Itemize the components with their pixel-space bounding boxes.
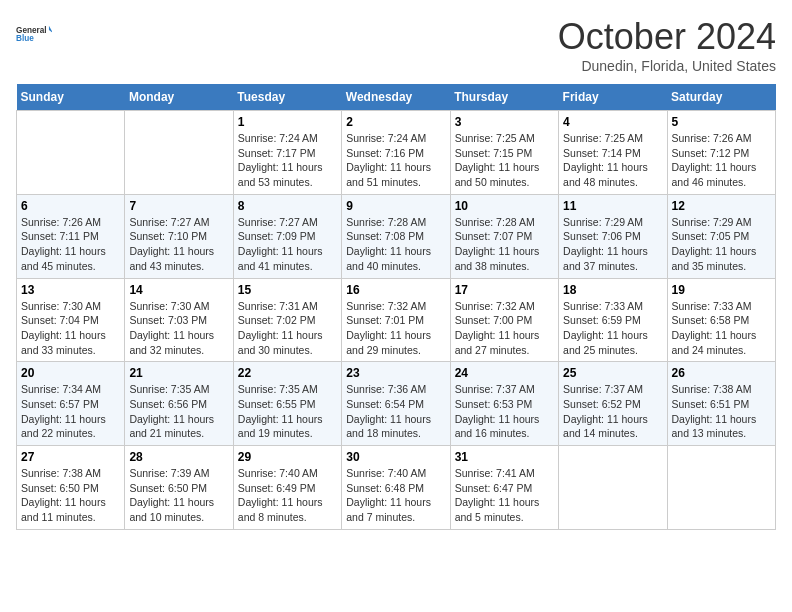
- title-section: October 2024 Dunedin, Florida, United St…: [558, 16, 776, 74]
- calendar-cell: [125, 111, 233, 195]
- calendar-cell: 23 Sunrise: 7:36 AMSunset: 6:54 PMDaylig…: [342, 362, 450, 446]
- calendar-table: SundayMondayTuesdayWednesdayThursdayFrid…: [16, 84, 776, 530]
- calendar-cell: 24 Sunrise: 7:37 AMSunset: 6:53 PMDaylig…: [450, 362, 558, 446]
- day-info: Sunrise: 7:27 AMSunset: 7:09 PMDaylight:…: [238, 215, 337, 274]
- day-number: 8: [238, 199, 337, 213]
- calendar-cell: 3 Sunrise: 7:25 AMSunset: 7:15 PMDayligh…: [450, 111, 558, 195]
- calendar-cell: 5 Sunrise: 7:26 AMSunset: 7:12 PMDayligh…: [667, 111, 775, 195]
- day-info: Sunrise: 7:38 AMSunset: 6:51 PMDaylight:…: [672, 382, 771, 441]
- day-info: Sunrise: 7:28 AMSunset: 7:08 PMDaylight:…: [346, 215, 445, 274]
- day-info: Sunrise: 7:28 AMSunset: 7:07 PMDaylight:…: [455, 215, 554, 274]
- calendar-cell: 4 Sunrise: 7:25 AMSunset: 7:14 PMDayligh…: [559, 111, 667, 195]
- calendar-cell: 19 Sunrise: 7:33 AMSunset: 6:58 PMDaylig…: [667, 278, 775, 362]
- day-info: Sunrise: 7:41 AMSunset: 6:47 PMDaylight:…: [455, 466, 554, 525]
- calendar-cell: 11 Sunrise: 7:29 AMSunset: 7:06 PMDaylig…: [559, 194, 667, 278]
- svg-text:General: General: [16, 26, 47, 35]
- calendar-cell: 6 Sunrise: 7:26 AMSunset: 7:11 PMDayligh…: [17, 194, 125, 278]
- month-title: October 2024: [558, 16, 776, 58]
- day-info: Sunrise: 7:29 AMSunset: 7:05 PMDaylight:…: [672, 215, 771, 274]
- day-number: 17: [455, 283, 554, 297]
- calendar-cell: 7 Sunrise: 7:27 AMSunset: 7:10 PMDayligh…: [125, 194, 233, 278]
- day-number: 25: [563, 366, 662, 380]
- day-number: 20: [21, 366, 120, 380]
- svg-marker-2: [49, 26, 52, 33]
- day-number: 26: [672, 366, 771, 380]
- calendar-cell: 30 Sunrise: 7:40 AMSunset: 6:48 PMDaylig…: [342, 446, 450, 530]
- calendar-cell: [667, 446, 775, 530]
- location-subtitle: Dunedin, Florida, United States: [558, 58, 776, 74]
- day-info: Sunrise: 7:40 AMSunset: 6:48 PMDaylight:…: [346, 466, 445, 525]
- day-info: Sunrise: 7:26 AMSunset: 7:11 PMDaylight:…: [21, 215, 120, 274]
- day-header-wednesday: Wednesday: [342, 84, 450, 111]
- day-header-monday: Monday: [125, 84, 233, 111]
- calendar-cell: 22 Sunrise: 7:35 AMSunset: 6:55 PMDaylig…: [233, 362, 341, 446]
- day-info: Sunrise: 7:26 AMSunset: 7:12 PMDaylight:…: [672, 131, 771, 190]
- day-info: Sunrise: 7:36 AMSunset: 6:54 PMDaylight:…: [346, 382, 445, 441]
- calendar-cell: 16 Sunrise: 7:32 AMSunset: 7:01 PMDaylig…: [342, 278, 450, 362]
- calendar-cell: [559, 446, 667, 530]
- logo: General Blue: [16, 16, 52, 52]
- calendar-cell: 26 Sunrise: 7:38 AMSunset: 6:51 PMDaylig…: [667, 362, 775, 446]
- day-number: 12: [672, 199, 771, 213]
- day-info: Sunrise: 7:40 AMSunset: 6:49 PMDaylight:…: [238, 466, 337, 525]
- day-number: 31: [455, 450, 554, 464]
- logo-svg: General Blue: [16, 16, 52, 52]
- day-number: 1: [238, 115, 337, 129]
- calendar-cell: 27 Sunrise: 7:38 AMSunset: 6:50 PMDaylig…: [17, 446, 125, 530]
- calendar-cell: [17, 111, 125, 195]
- calendar-cell: 2 Sunrise: 7:24 AMSunset: 7:16 PMDayligh…: [342, 111, 450, 195]
- calendar-cell: 31 Sunrise: 7:41 AMSunset: 6:47 PMDaylig…: [450, 446, 558, 530]
- calendar-cell: 8 Sunrise: 7:27 AMSunset: 7:09 PMDayligh…: [233, 194, 341, 278]
- day-number: 10: [455, 199, 554, 213]
- day-number: 5: [672, 115, 771, 129]
- day-info: Sunrise: 7:30 AMSunset: 7:04 PMDaylight:…: [21, 299, 120, 358]
- day-number: 3: [455, 115, 554, 129]
- day-number: 29: [238, 450, 337, 464]
- day-info: Sunrise: 7:27 AMSunset: 7:10 PMDaylight:…: [129, 215, 228, 274]
- day-number: 9: [346, 199, 445, 213]
- day-number: 24: [455, 366, 554, 380]
- day-header-thursday: Thursday: [450, 84, 558, 111]
- calendar-cell: 15 Sunrise: 7:31 AMSunset: 7:02 PMDaylig…: [233, 278, 341, 362]
- calendar-cell: 17 Sunrise: 7:32 AMSunset: 7:00 PMDaylig…: [450, 278, 558, 362]
- day-number: 14: [129, 283, 228, 297]
- day-number: 30: [346, 450, 445, 464]
- day-info: Sunrise: 7:32 AMSunset: 7:01 PMDaylight:…: [346, 299, 445, 358]
- day-info: Sunrise: 7:34 AMSunset: 6:57 PMDaylight:…: [21, 382, 120, 441]
- svg-text:Blue: Blue: [16, 34, 34, 43]
- day-number: 21: [129, 366, 228, 380]
- day-header-tuesday: Tuesday: [233, 84, 341, 111]
- day-number: 27: [21, 450, 120, 464]
- day-number: 11: [563, 199, 662, 213]
- day-info: Sunrise: 7:32 AMSunset: 7:00 PMDaylight:…: [455, 299, 554, 358]
- calendar-cell: 28 Sunrise: 7:39 AMSunset: 6:50 PMDaylig…: [125, 446, 233, 530]
- day-info: Sunrise: 7:37 AMSunset: 6:53 PMDaylight:…: [455, 382, 554, 441]
- day-number: 23: [346, 366, 445, 380]
- day-info: Sunrise: 7:33 AMSunset: 6:58 PMDaylight:…: [672, 299, 771, 358]
- day-info: Sunrise: 7:37 AMSunset: 6:52 PMDaylight:…: [563, 382, 662, 441]
- calendar-cell: 25 Sunrise: 7:37 AMSunset: 6:52 PMDaylig…: [559, 362, 667, 446]
- calendar-cell: 29 Sunrise: 7:40 AMSunset: 6:49 PMDaylig…: [233, 446, 341, 530]
- calendar-cell: 10 Sunrise: 7:28 AMSunset: 7:07 PMDaylig…: [450, 194, 558, 278]
- calendar-cell: 13 Sunrise: 7:30 AMSunset: 7:04 PMDaylig…: [17, 278, 125, 362]
- day-header-friday: Friday: [559, 84, 667, 111]
- day-number: 4: [563, 115, 662, 129]
- day-info: Sunrise: 7:30 AMSunset: 7:03 PMDaylight:…: [129, 299, 228, 358]
- day-info: Sunrise: 7:25 AMSunset: 7:14 PMDaylight:…: [563, 131, 662, 190]
- day-info: Sunrise: 7:31 AMSunset: 7:02 PMDaylight:…: [238, 299, 337, 358]
- day-number: 15: [238, 283, 337, 297]
- day-number: 28: [129, 450, 228, 464]
- day-number: 18: [563, 283, 662, 297]
- day-info: Sunrise: 7:29 AMSunset: 7:06 PMDaylight:…: [563, 215, 662, 274]
- day-number: 13: [21, 283, 120, 297]
- day-info: Sunrise: 7:24 AMSunset: 7:16 PMDaylight:…: [346, 131, 445, 190]
- day-number: 6: [21, 199, 120, 213]
- day-number: 22: [238, 366, 337, 380]
- day-info: Sunrise: 7:35 AMSunset: 6:56 PMDaylight:…: [129, 382, 228, 441]
- calendar-cell: 12 Sunrise: 7:29 AMSunset: 7:05 PMDaylig…: [667, 194, 775, 278]
- day-number: 19: [672, 283, 771, 297]
- day-info: Sunrise: 7:38 AMSunset: 6:50 PMDaylight:…: [21, 466, 120, 525]
- day-number: 2: [346, 115, 445, 129]
- calendar-cell: 18 Sunrise: 7:33 AMSunset: 6:59 PMDaylig…: [559, 278, 667, 362]
- day-header-sunday: Sunday: [17, 84, 125, 111]
